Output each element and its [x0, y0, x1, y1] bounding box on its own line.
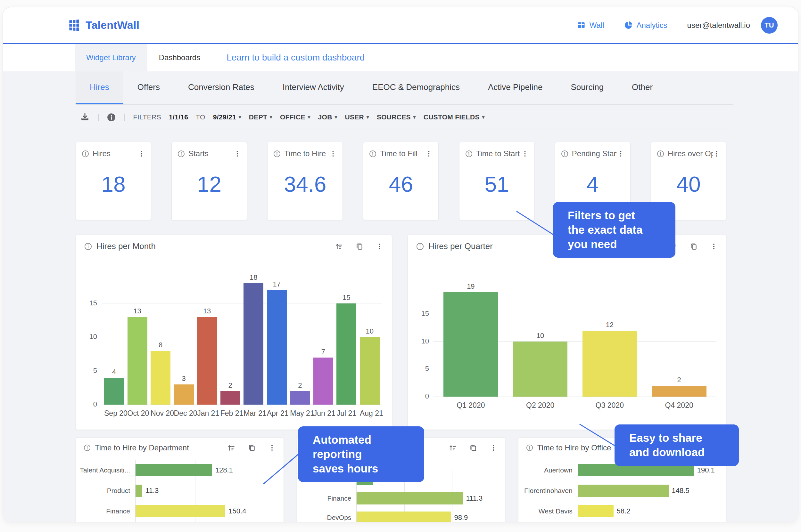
category-tab-eeoc-demographics[interactable]: EEOC & Demographics — [358, 71, 474, 104]
copy-icon[interactable] — [469, 444, 477, 452]
bar-value-label: 17 — [273, 280, 280, 288]
stat-title: Time to Hire — [284, 149, 329, 158]
info-icon[interactable] — [416, 243, 424, 250]
info-icon[interactable] — [84, 243, 92, 250]
filter-dropdown-office[interactable]: OFFICE▾ — [280, 113, 310, 121]
filter-dropdown-label: SOURCES — [377, 113, 411, 121]
bar-group-dec-20: 3 — [174, 375, 194, 405]
bar-value-label: 2 — [229, 381, 232, 390]
row-track: 111.3 — [356, 489, 496, 508]
copy-icon[interactable] — [248, 444, 256, 452]
filter-dropdown-custom-fields[interactable]: CUSTOM FIELDS▾ — [423, 113, 485, 121]
category-tab-offers[interactable]: Offers — [123, 71, 174, 104]
category-tab-sourcing[interactable]: Sourcing — [557, 71, 618, 104]
row-track: 128.1 — [135, 460, 275, 480]
bar-group-oct-20: 13 — [128, 307, 147, 405]
callout-easy-to-share: Easy to shareand download — [615, 424, 739, 466]
info-icon[interactable] — [178, 150, 185, 157]
date-from[interactable]: 1/1/16 — [169, 113, 188, 121]
bar-group-apr-21: 17 — [267, 280, 287, 405]
row-label — [518, 521, 578, 522]
callout-automated: Automatedreportingsaves hours — [298, 426, 424, 482]
info-icon[interactable] — [526, 444, 533, 451]
chevron-down-icon: ▾ — [270, 114, 272, 120]
filter-dropdown-job[interactable]: JOB▾ — [318, 113, 338, 121]
nav-analytics[interactable]: Analytics — [624, 21, 668, 30]
bar — [220, 391, 240, 405]
copy-icon[interactable] — [355, 242, 364, 251]
info-icon[interactable] — [84, 444, 91, 451]
info-icon[interactable] — [561, 150, 568, 157]
sort-amount-icon[interactable] — [227, 444, 236, 452]
info-icon[interactable] — [465, 150, 473, 157]
filter-dropdown-dept[interactable]: DEPT▾ — [249, 113, 272, 121]
row-label: Talent Acquisiti... — [76, 460, 135, 480]
kebab-menu-icon[interactable] — [425, 150, 433, 157]
chart-body: Talent Acquisiti...128.1Product11.3Finan… — [76, 458, 284, 522]
bar — [357, 512, 451, 522]
chart-card-time-to-hire-by-department: Time to Hire by DepartmentTalent Acquisi… — [76, 437, 284, 522]
category-tab-active-pipeline[interactable]: Active Pipeline — [474, 71, 557, 104]
kebab-menu-icon[interactable] — [329, 150, 337, 157]
stat-card-starts: Starts12 — [171, 142, 247, 220]
kebab-menu-icon[interactable] — [268, 444, 276, 452]
bar — [336, 303, 356, 405]
kebab-menu-icon[interactable] — [490, 444, 497, 452]
bar-group-mar-21: 18 — [243, 273, 263, 405]
bar — [578, 464, 694, 476]
filter-dropdown-user[interactable]: USER▾ — [345, 113, 369, 121]
callout-line: saves hours — [313, 461, 416, 476]
copy-icon[interactable] — [690, 242, 698, 251]
user-avatar[interactable]: TU — [761, 17, 778, 34]
tab-dashboards[interactable]: Dashboards — [147, 44, 212, 71]
info-icon[interactable] — [273, 150, 281, 157]
callout-line: Automated — [313, 433, 416, 447]
chart-row-west-davis: West Davis58.2 — [518, 501, 726, 521]
filter-dropdown-label: JOB — [318, 113, 332, 121]
bar — [513, 342, 567, 397]
filter-dropdown-sources[interactable]: SOURCES▾ — [377, 113, 416, 121]
kebab-menu-icon[interactable] — [376, 243, 383, 250]
kebab-menu-icon[interactable] — [713, 150, 720, 157]
category-tab-other[interactable]: Other — [618, 71, 667, 104]
stat-value: 40 — [657, 172, 720, 196]
kebab-menu-icon[interactable] — [138, 150, 145, 157]
download-icon[interactable] — [80, 112, 90, 122]
stat-card-header: Hires — [82, 149, 145, 158]
nav-wall[interactable]: Wall — [577, 21, 604, 30]
row-label: West Davis — [518, 501, 578, 521]
category-tab-conversion-rates[interactable]: Conversion Rates — [174, 71, 269, 104]
kebab-menu-icon[interactable] — [710, 243, 718, 250]
kebab-menu-icon[interactable] — [234, 150, 241, 157]
chart-actions — [669, 242, 718, 251]
top-header: TalentWall Wall — [3, 7, 798, 44]
stat-title: Hires over Ope... — [668, 149, 713, 158]
filters-bar: ||FILTERS1/1/16TO9/29/21▾DEPT▾OFFICE▾JOB… — [76, 105, 733, 130]
info-icon[interactable] — [82, 150, 89, 157]
row-track: 98.9 — [356, 508, 496, 522]
tab-widget-library[interactable]: Widget Library — [75, 44, 147, 71]
category-tab-interview-activity[interactable]: Interview Activity — [269, 71, 358, 104]
category-tab-hires[interactable]: Hires — [76, 71, 123, 104]
x-tick-label: Apr 21 — [267, 409, 287, 418]
row-label: Finance — [76, 501, 135, 521]
sort-amount-icon[interactable] — [449, 444, 457, 452]
sort-amount-icon[interactable] — [335, 242, 343, 251]
learn-link[interactable]: Learn to build a custom dashboard — [226, 44, 365, 71]
kebab-menu-icon[interactable] — [617, 150, 624, 157]
bar-group-feb-21: 2 — [220, 381, 240, 405]
chart-row-devops: DevOps98.9 — [297, 508, 505, 522]
stat-card-hires: Hires18 — [76, 142, 151, 220]
bar-value-label: 19 — [467, 282, 474, 291]
chart-row-finance: Finance111.3 — [297, 489, 505, 508]
bar-value-label: 2 — [298, 381, 302, 390]
talentwall-logo[interactable]: TalentWall — [67, 18, 139, 32]
date-to[interactable]: 9/29/21▾ — [213, 113, 241, 121]
bar-value-label: 13 — [203, 307, 211, 315]
info-icon[interactable] — [107, 113, 116, 122]
info-icon[interactable] — [657, 150, 664, 157]
bar-value-label: 18 — [250, 273, 257, 282]
kebab-menu-icon[interactable] — [521, 150, 529, 157]
info-icon[interactable] — [369, 150, 377, 157]
stat-title: Starts — [188, 149, 234, 158]
